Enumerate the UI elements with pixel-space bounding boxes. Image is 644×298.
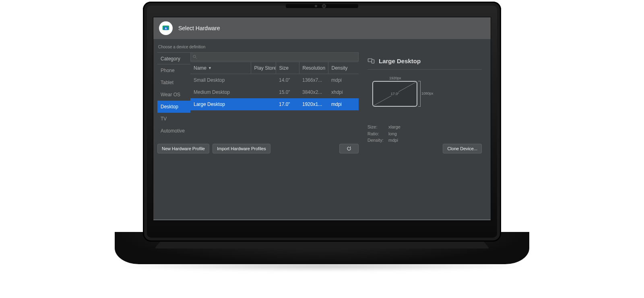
category-item-tablet[interactable]: Tablet [157, 77, 190, 89]
dialog-footer-divider [153, 219, 491, 220]
android-studio-glyph-icon: A [161, 24, 170, 33]
titlebar: A Select Hardware [153, 17, 491, 39]
search-icon [192, 54, 197, 59]
dialog-window: A Select Hardware Choose a device defini… [153, 17, 491, 221]
device-table: Name▼ Play Store Size Resolution Density… [190, 62, 359, 110]
preview-height-tick [418, 81, 421, 107]
clone-device-button[interactable]: Clone Device... [443, 144, 482, 153]
cell-density: mdpi [328, 74, 359, 86]
col-play-store[interactable]: Play Store [251, 62, 276, 74]
table-row[interactable]: Large Desktop17.0"1920x1...mdpi [190, 98, 359, 110]
svg-rect-5 [368, 59, 372, 62]
table-row[interactable]: Medium Desktop15.0"3840x2...xhdpi [190, 86, 359, 98]
cell-name: Large Desktop [190, 98, 251, 110]
cell-size: 15.0" [276, 86, 299, 98]
device-table-panel: Name▼ Play Store Size Resolution Density… [190, 52, 359, 140]
preview-device-name: Large Desktop [379, 58, 421, 64]
left-button-row: New Hardware Profile Import Hardware Pro… [157, 144, 359, 153]
laptop-lid: A Select Hardware Choose a device defini… [143, 2, 501, 242]
col-density[interactable]: Density [328, 62, 359, 74]
cell-density: mdpi [328, 98, 359, 110]
sort-desc-icon: ▼ [208, 66, 212, 70]
android-studio-icon: A [159, 21, 173, 35]
cell-play-store [251, 86, 276, 98]
right-button-row: Clone Device... [367, 144, 482, 153]
category-item-automotive[interactable]: Automotive [157, 125, 190, 137]
search-field[interactable] [190, 52, 359, 61]
cell-name: Medium Desktop [190, 86, 251, 98]
preview-figure: 1920px 1080px 17.0" [370, 78, 442, 114]
cell-size: 14.0" [276, 74, 299, 86]
table-row[interactable]: Small Desktop14.0"1366x7...mdpi [190, 74, 359, 86]
category-item-desktop[interactable]: Desktop [157, 101, 190, 113]
category-item-tv[interactable]: TV [157, 113, 190, 125]
preview-width-label: 1920px [389, 76, 401, 80]
preview-screen-rect: 17.0" [372, 81, 417, 107]
cell-density: xhdpi [328, 86, 359, 98]
dialog-subtitle: Choose a device definition [158, 45, 482, 49]
category-header: Category [157, 52, 190, 64]
cell-name: Small Desktop [190, 74, 251, 86]
svg-line-4 [196, 58, 197, 59]
svg-point-3 [193, 55, 196, 58]
search-input[interactable] [199, 54, 358, 60]
laptop-frame: A Select Hardware Choose a device defini… [143, 2, 501, 242]
cell-play-store [251, 98, 276, 110]
new-hardware-profile-button[interactable]: New Hardware Profile [157, 144, 209, 153]
svg-rect-6 [372, 60, 374, 63]
laptop-camera-bar [286, 4, 358, 8]
cell-resolution: 1920x1... [299, 98, 328, 110]
refresh-icon [346, 146, 352, 151]
import-hardware-profiles-button[interactable]: Import Hardware Profiles [213, 144, 270, 153]
col-resolution[interactable]: Resolution [299, 62, 328, 74]
preview-diagonal: 17.0" [390, 92, 400, 96]
cell-size: 17.0" [276, 98, 299, 110]
col-size[interactable]: Size [276, 62, 299, 74]
dialog-title: Select Hardware [178, 25, 220, 31]
svg-text:A: A [165, 27, 167, 30]
refresh-button[interactable] [339, 144, 359, 153]
cell-play-store [251, 74, 276, 86]
cell-resolution: 1366x7... [299, 74, 328, 86]
device-picker-panel: Category PhoneTabletWear OSDesktopTVAuto… [157, 52, 359, 153]
cell-resolution: 3840x2... [299, 86, 328, 98]
category-list: Category PhoneTabletWear OSDesktopTVAuto… [157, 52, 190, 140]
devices-icon [367, 57, 375, 64]
category-item-phone[interactable]: Phone [157, 64, 190, 77]
preview-height-label: 1080px [421, 91, 433, 95]
category-item-wear-os[interactable]: Wear OS [157, 89, 190, 101]
col-name[interactable]: Name▼ [190, 62, 251, 74]
preview-panel: Large Desktop 1920px 1080px 17.0" [367, 52, 482, 153]
preview-meta: Size:xlarge Ratio:long Density:mdpi [367, 124, 482, 144]
